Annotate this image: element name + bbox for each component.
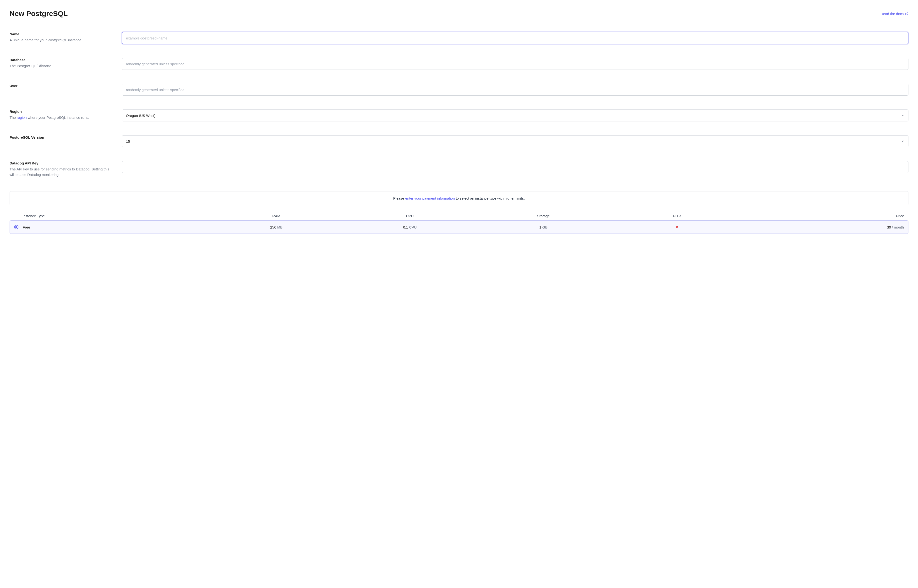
database-input[interactable] [122,58,908,70]
name-desc: A unique name for your PostgreSQL instan… [10,37,112,43]
read-docs-label: Read the docs [881,12,903,16]
user-input[interactable] [122,84,908,95]
th-pitr: PITR [610,214,744,218]
database-label: Database [10,58,112,62]
payment-notice: Please enter your payment information to… [10,191,908,205]
name-input[interactable] [122,32,908,44]
user-label: User [10,84,112,88]
version-select[interactable]: 15 [122,135,908,147]
payment-info-link[interactable]: enter your payment information [405,196,455,200]
datadog-desc: The API key to use for sending metrics t… [10,166,112,178]
instance-row-free[interactable]: Free 256 MB 0.1 CPU 1 GB ✕ $0 / month [10,220,908,234]
datadog-label: Datadog API Key [10,161,112,165]
svg-line-0 [907,13,908,14]
cell-pitr: ✕ [610,225,743,229]
name-label: Name [10,32,112,36]
page-title: New PostgreSQL [10,10,68,18]
read-docs-link[interactable]: Read the docs [881,12,908,16]
external-link-icon [905,12,908,15]
region-select-value: Oregon (US West) [126,113,155,118]
th-ram: RAM [209,214,343,218]
th-cpu: CPU [343,214,477,218]
chevron-down-icon [901,140,904,143]
region-select[interactable]: Oregon (US West) [122,110,908,121]
x-icon: ✕ [676,225,679,229]
region-help-link[interactable]: region [17,115,27,120]
cell-cpu: 0.1 CPU [343,225,477,229]
version-select-value: 15 [126,139,130,144]
datadog-input[interactable] [122,161,908,173]
database-desc: The PostgreSQL `dbname` [10,63,112,69]
region-desc: The region where your PostgreSQL instanc… [10,115,112,121]
th-storage: Storage [477,214,610,218]
version-label: PostgreSQL Version [10,135,112,139]
cell-price: $0 / month [744,225,904,229]
cell-storage: 1 GB [477,225,610,229]
chevron-down-icon [901,114,904,117]
radio-selected-icon [14,225,18,229]
th-instance: Instance Type [23,214,209,218]
th-price: Price [744,214,904,218]
cell-ram: 256 MB [210,225,343,229]
instance-table-header: Instance Type RAM CPU Storage PITR Price [10,212,908,220]
cell-instance: Free [23,225,210,229]
region-label: Region [10,110,112,113]
